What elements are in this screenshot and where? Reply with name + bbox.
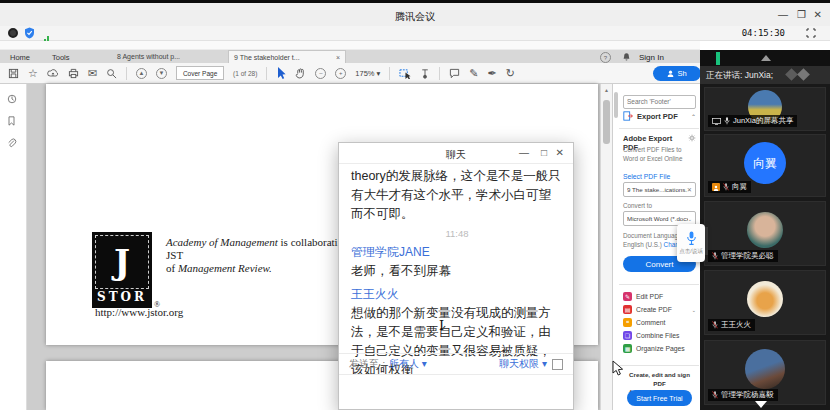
chat-sender-name[interactable]: 王王火火 (351, 286, 563, 303)
jstor-logo: J STOR (92, 232, 152, 308)
page-thumbnails-icon[interactable] (7, 94, 17, 104)
chat-close-icon[interactable]: ✕ (556, 147, 564, 158)
close-icon[interactable]: ✕ (814, 9, 822, 20)
avatar: 向翼 (744, 142, 786, 184)
chat-message: theory的发展脉络，这个是不是一般只有大牛才有这个水平，学术小白可望而不可即… (351, 167, 563, 224)
tab-tools[interactable]: Tools (52, 53, 70, 62)
send-to-selector[interactable]: 所有人 ▾ (389, 357, 427, 371)
window-title: 腾讯会议 (0, 10, 830, 24)
mic-muted-icon (723, 183, 729, 191)
combine-files-icon: ❏ (623, 331, 632, 340)
pdf-scrollbar[interactable]: ▲ (600, 84, 612, 410)
shield-icon[interactable] (24, 27, 35, 39)
participant-label: JunXia的屏幕共享 (708, 115, 797, 127)
chat-window: 聊天 — □ ✕ theory的发展脉络，这个是不是一般只有大牛才有这个水平，学… (338, 142, 574, 410)
member-icon (712, 183, 720, 191)
tab-home[interactable]: Home (10, 53, 30, 62)
zoom-in-icon[interactable]: + (335, 68, 346, 79)
participant-tile-xiangyi[interactable]: 向翼 向翼 (704, 134, 826, 197)
participant-tile-wang[interactable]: 王王火火 (704, 270, 826, 335)
clear-file-icon[interactable]: ✕ (687, 186, 692, 193)
refresh-icon[interactable]: ↻ (506, 68, 515, 79)
scroll-down-icon[interactable] (755, 401, 767, 408)
hand-tool-icon[interactable] (295, 68, 306, 79)
participant-label: 管理学院吴必聪 (708, 250, 778, 262)
mic-muted-icon (712, 252, 718, 260)
tool-edit-pdf[interactable]: ✎Edit PDF (623, 290, 696, 303)
attachment-icon[interactable] (7, 138, 17, 148)
tools-search-input[interactable] (623, 95, 696, 109)
popout-icon[interactable] (552, 359, 563, 370)
push-to-talk-label: 点击/说话 (679, 248, 703, 255)
participant-tile-wu[interactable]: 管理学院吴必聪 (704, 201, 826, 266)
panel-scrollbar-thumb[interactable] (614, 92, 618, 118)
window-titlebar: 腾讯会议 — ❐ ✕ (0, 0, 830, 26)
push-to-talk-popup[interactable]: 点击/说话 (677, 224, 705, 262)
participant-label: 向翼 (708, 181, 751, 193)
page-name-field[interactable]: Cover Page (176, 66, 224, 80)
fill-sign-icon[interactable]: ✒ (488, 68, 497, 79)
page-count: (1 of 28) (233, 70, 257, 77)
maximize-icon[interactable]: ❐ (797, 9, 806, 20)
select-pdf-file-label: Select PDF File (623, 172, 696, 181)
scrollbar-thumb[interactable] (603, 100, 610, 144)
chat-sender-name[interactable]: 管理学院JANE (351, 244, 563, 261)
tab-close-icon[interactable]: × (336, 54, 340, 61)
search-icon[interactable] (106, 68, 117, 79)
tool-create-pdf[interactable]: ▤Create PDF⌄ (623, 303, 696, 316)
chat-minimize-icon[interactable]: — (519, 147, 529, 158)
share-button[interactable]: Sh (653, 66, 701, 81)
participant-label: 王王火火 (708, 319, 755, 331)
page-down-icon[interactable]: ▼ (156, 68, 167, 79)
selection-tool-icon[interactable] (399, 68, 411, 79)
send-to-label: 发送至： (349, 357, 389, 371)
save-icon[interactable] (8, 68, 19, 79)
comment-tool-icon: ❝ (623, 318, 632, 327)
zoom-level[interactable]: 175% ▾ (355, 69, 380, 78)
presenter-tool-icon[interactable] (420, 68, 430, 79)
mail-icon[interactable]: ✉ (88, 68, 97, 79)
participant-tile-junxia[interactable]: JunXia的屏幕共享 (704, 87, 826, 131)
fullscreen-icon[interactable] (806, 28, 816, 38)
avatar (745, 349, 785, 389)
pdf-left-panel (0, 84, 27, 410)
cloud-upload-icon[interactable] (47, 68, 59, 78)
screen: 腾讯会议 — ❐ ✕ 04:15:30 FileEditViewWindowHe… (0, 0, 830, 410)
tool-comment[interactable]: ❝Comment (623, 316, 696, 329)
export-description: Convert PDF Files to Word or Excel Onlin… (623, 146, 696, 163)
minimize-icon[interactable]: — (778, 9, 788, 20)
export-pdf-header[interactable]: Export PDF ⌃ (623, 111, 696, 121)
bell-icon[interactable] (622, 52, 631, 62)
page-up-icon[interactable]: ▲ (136, 68, 147, 79)
chat-input-area[interactable] (339, 375, 573, 409)
chat-message: 老师，看不到屏幕 (351, 262, 563, 281)
doc-tab-agents[interactable]: 8 Agents without p... (112, 50, 214, 63)
mic-icon (686, 231, 697, 246)
chat-titlebar[interactable]: 聊天 — □ ✕ (339, 143, 573, 164)
start-free-trial-button[interactable]: Start Free Trial (627, 390, 692, 406)
meeting-status-bar: 04:15:30 (0, 26, 830, 41)
acrobat-tab-bar: Home Tools 8 Agents without p... 9 The s… (0, 50, 700, 63)
bookmark-icon[interactable] (7, 116, 16, 126)
scroll-up-icon[interactable]: ▲ (604, 87, 609, 93)
tool-combine-files[interactable]: ❏Combine Files (623, 329, 696, 342)
sign-in-link[interactable]: Sign In (639, 53, 664, 62)
participant-tile-yang[interactable]: 管理学院杨嘉毅 (704, 340, 826, 405)
tool-organize-pages[interactable]: ▦Organize Pages (623, 342, 696, 355)
help-icon[interactable]: ? (600, 52, 611, 63)
comment-icon[interactable] (449, 68, 460, 79)
pencil-icon[interactable]: ✎ (469, 68, 478, 79)
record-icon[interactable] (8, 28, 18, 38)
chat-maximize-icon[interactable]: □ (541, 147, 547, 158)
select-cursor-icon[interactable] (276, 67, 286, 79)
zoom-out-icon[interactable]: – (315, 68, 326, 79)
mic-muted-icon (712, 391, 718, 399)
star-icon[interactable]: ☆ (28, 68, 38, 79)
create-pdf-icon: ▤ (623, 305, 632, 314)
doc-tab-stakeholder[interactable]: 9 The stakeholder t... × (228, 50, 346, 63)
chat-permission-selector[interactable]: 聊天权限 ▾ (499, 357, 547, 371)
selected-file-dropdown[interactable]: 9 The stake...ications.pdf ✕ (623, 182, 696, 197)
print-icon[interactable] (68, 68, 79, 79)
jstor-url[interactable]: http://www.jstor.org (95, 306, 183, 318)
meeting-timer: 04:15:30 (742, 28, 785, 38)
